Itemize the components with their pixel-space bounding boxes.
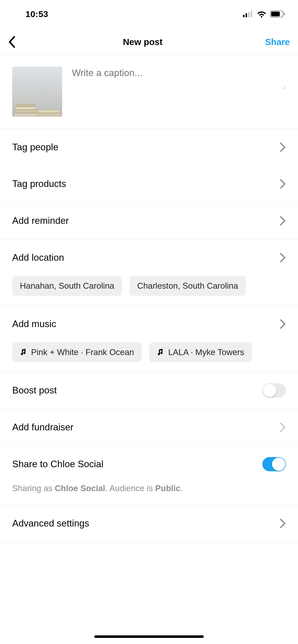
svg-rect-3 [251, 11, 252, 17]
advanced-settings-row[interactable]: Advanced settings [0, 505, 298, 542]
chevron-right-icon [280, 422, 286, 432]
tag-products-row[interactable]: Tag products [0, 166, 298, 202]
music-group: Add music Pink + White · Frank Ocean LAL… [0, 306, 298, 372]
back-button[interactable] [8, 36, 20, 48]
add-fundraiser-row[interactable]: Add fundraiser [0, 409, 298, 446]
music-chip-label: LALA · Myke Towers [168, 347, 244, 357]
advanced-group: Advanced settings [0, 505, 298, 542]
svg-rect-7 [284, 13, 285, 15]
chevron-right-icon [280, 179, 286, 189]
caption-area [0, 56, 298, 129]
share-subtext: Sharing as Chloe Social. Audience is Pub… [0, 482, 298, 505]
share-to-toggle[interactable] [262, 457, 286, 471]
reminder-group: Add reminder [0, 202, 298, 239]
add-music-label: Add music [12, 319, 56, 329]
fundraiser-group: Add fundraiser [0, 409, 298, 446]
battery-icon [270, 10, 285, 18]
location-chip[interactable]: Charleston, South Carolina [130, 276, 246, 296]
add-location-label: Add location [12, 252, 64, 263]
chevron-right-icon [280, 518, 286, 529]
music-note-icon [157, 349, 164, 356]
location-suggestions: Hanahan, South Carolina Charleston, Sout… [0, 276, 298, 305]
boost-post-toggle[interactable] [262, 383, 286, 398]
share-to-row: Share to Chloe Social [0, 446, 298, 482]
music-chip-label: Pink + White · Frank Ocean [31, 347, 134, 357]
add-reminder-row[interactable]: Add reminder [0, 202, 298, 239]
music-note-icon [20, 349, 26, 356]
location-chip[interactable]: Hanahan, South Carolina [12, 276, 122, 296]
svg-rect-0 [243, 15, 245, 17]
chevron-left-icon [8, 36, 16, 48]
status-bar: 10:53 [0, 0, 298, 28]
svg-rect-6 [271, 12, 280, 17]
status-time: 10:53 [25, 9, 48, 19]
add-reminder-label: Add reminder [12, 215, 69, 226]
chevron-right-icon [280, 319, 286, 329]
boost-post-row: Boost post [0, 372, 298, 409]
chevron-right-icon [280, 253, 286, 263]
music-chip[interactable]: Pink + White · Frank Ocean [12, 342, 142, 362]
tags-group: Tag people Tag products [0, 129, 298, 202]
svg-rect-2 [248, 12, 250, 17]
chevron-right-icon [280, 216, 286, 226]
boost-group: Boost post [0, 372, 298, 409]
share-to-group: Share to Chloe Social Sharing as Chloe S… [0, 446, 298, 505]
svg-point-4 [261, 16, 262, 18]
advanced-settings-label: Advanced settings [12, 518, 89, 529]
chevron-right-icon [280, 142, 286, 152]
share-to-label: Share to Chloe Social [12, 459, 103, 470]
location-group: Add location Hanahan, South Carolina Cha… [0, 239, 298, 306]
svg-rect-1 [246, 13, 247, 17]
navbar: New post Share [0, 28, 298, 56]
cellular-icon [243, 11, 253, 17]
wifi-icon [257, 10, 266, 18]
post-thumbnail[interactable] [12, 67, 62, 116]
tag-products-label: Tag products [12, 179, 66, 189]
music-suggestions: Pink + White · Frank Ocean LALA · Myke T… [0, 342, 298, 372]
boost-post-label: Boost post [12, 385, 57, 396]
music-chip[interactable]: LALA · Myke Towers [149, 342, 252, 362]
tag-people-label: Tag people [12, 142, 58, 153]
caption-input[interactable] [72, 67, 286, 89]
status-icons [243, 10, 285, 18]
add-location-row[interactable]: Add location [0, 239, 298, 276]
add-fundraiser-label: Add fundraiser [12, 422, 74, 433]
add-music-row[interactable]: Add music [0, 306, 298, 342]
tag-people-row[interactable]: Tag people [0, 129, 298, 166]
page-title: New post [123, 37, 163, 47]
share-button[interactable]: Share [265, 37, 290, 47]
home-indicator [94, 635, 204, 638]
